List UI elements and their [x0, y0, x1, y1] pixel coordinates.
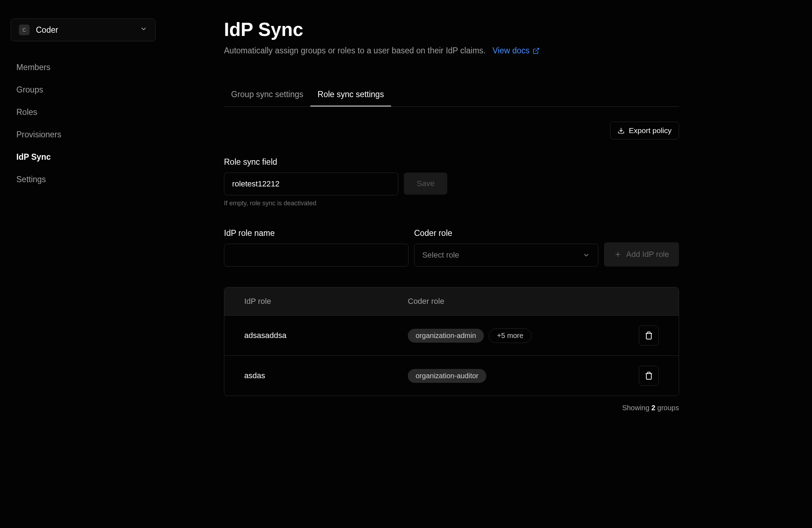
sidebar-item-settings[interactable]: Settings: [11, 168, 224, 191]
actions-row: Export policy: [224, 122, 679, 139]
add-button-label: Add IdP role: [626, 250, 669, 259]
org-badge: C: [19, 25, 30, 35]
external-link-icon: [533, 47, 540, 54]
mapping-form: IdP role name Coder role Select role Add…: [224, 228, 679, 266]
trash-icon: [645, 331, 653, 340]
idp-role-label: IdP role name: [224, 228, 408, 238]
page-subtitle: Automatically assign groups or roles to …: [224, 46, 679, 56]
role-badge: organization-admin: [408, 329, 484, 343]
svg-line-0: [535, 48, 539, 51]
coder-role-label: Coder role: [414, 228, 599, 238]
role-sync-field-help: If empty, role sync is deactivated: [224, 200, 679, 207]
table-cell-idp: asdas: [244, 371, 408, 380]
role-sync-form-row: Save: [224, 173, 679, 195]
coder-role-column: Coder role Select role: [414, 228, 599, 266]
plus-icon: [614, 250, 622, 258]
table-cell-coder: organization-auditor: [408, 369, 639, 383]
footer-prefix: Showing: [622, 404, 651, 412]
tab-group-sync[interactable]: Group sync settings: [224, 83, 310, 106]
idp-role-input[interactable]: [224, 244, 408, 266]
trash-icon: [645, 371, 653, 380]
export-policy-button[interactable]: Export policy: [610, 122, 679, 139]
org-selector[interactable]: C Coder: [11, 19, 156, 41]
download-icon: [618, 127, 625, 134]
role-sync-field-input[interactable]: [224, 173, 398, 195]
sidebar-item-provisioners[interactable]: Provisioners: [11, 123, 224, 146]
docs-link-label: View docs: [492, 46, 529, 56]
export-button-label: Export policy: [629, 126, 672, 135]
main-content: IdP Sync Automatically assign groups or …: [224, 19, 679, 412]
page-title: IdP Sync: [224, 19, 679, 40]
table-header-coder: Coder role: [408, 297, 659, 306]
add-idp-role-button[interactable]: Add IdP role: [604, 242, 679, 266]
role-badge: organization-auditor: [408, 369, 486, 383]
footer-suffix: groups: [655, 404, 679, 412]
chevron-down-icon: [582, 251, 590, 259]
tab-role-sync[interactable]: Role sync settings: [310, 83, 391, 106]
sidebar-item-roles[interactable]: Roles: [11, 101, 224, 123]
sidebar-item-groups[interactable]: Groups: [11, 79, 224, 101]
table-row: asdas organization-auditor: [224, 356, 679, 396]
role-sync-field-section: Role sync field Save If empty, role sync…: [224, 157, 679, 207]
table-header-idp: IdP role: [244, 297, 408, 306]
footer-count: 2: [651, 404, 655, 412]
role-sync-field-label: Role sync field: [224, 157, 679, 167]
coder-role-select[interactable]: Select role: [414, 244, 599, 266]
table-footer: Showing 2 groups: [224, 404, 679, 412]
sidebar-item-members[interactable]: Members: [11, 56, 224, 79]
more-badge[interactable]: +5 more: [489, 328, 531, 343]
save-button[interactable]: Save: [404, 173, 447, 195]
org-name: Coder: [36, 25, 58, 35]
delete-mapping-button[interactable]: [639, 326, 659, 345]
sidebar: C Coder Members Groups Roles Provisioner…: [11, 19, 224, 412]
table-header: IdP role Coder role: [224, 287, 679, 316]
idp-role-column: IdP role name: [224, 228, 408, 266]
tabs: Group sync settings Role sync settings: [224, 83, 679, 107]
view-docs-link[interactable]: View docs: [492, 46, 539, 56]
nav-list: Members Groups Roles Provisioners IdP Sy…: [11, 56, 224, 191]
table-cell-coder: organization-admin +5 more: [408, 328, 639, 343]
coder-role-placeholder: Select role: [422, 250, 459, 260]
sidebar-item-idp-sync[interactable]: IdP Sync: [11, 146, 224, 168]
table-row: adsasaddsa organization-admin +5 more: [224, 316, 679, 356]
subtitle-text: Automatically assign groups or roles to …: [224, 46, 486, 55]
delete-mapping-button[interactable]: [639, 366, 659, 386]
mappings-table: IdP role Coder role adsasaddsa organizat…: [224, 287, 679, 396]
org-selector-left: C Coder: [19, 25, 58, 35]
chevron-down-icon: [140, 25, 148, 35]
table-cell-idp: adsasaddsa: [244, 331, 408, 340]
